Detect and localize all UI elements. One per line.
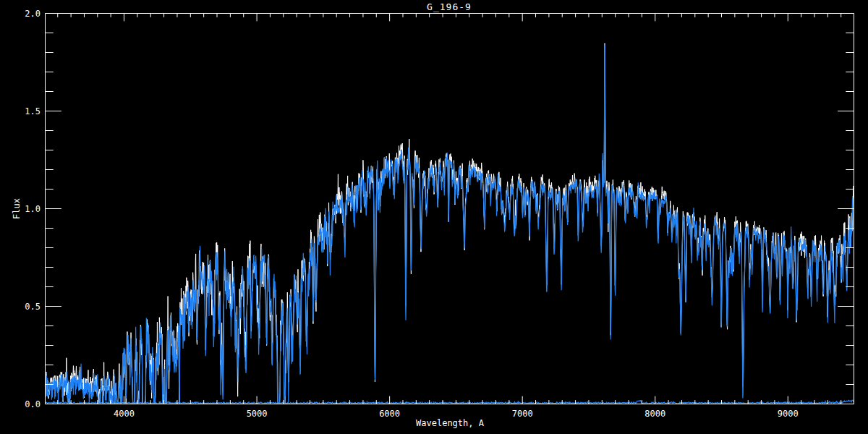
y-tick-label: 2.0 (25, 9, 41, 19)
y-tick-label: 1.0 (25, 204, 41, 214)
chart-title: G_196-9 (427, 1, 472, 12)
plot-window: 4000500060007000800090000.00.51.01.52.0 … (0, 0, 868, 434)
y-tick-label: 1.5 (25, 106, 41, 116)
x-tick-label: 7000 (512, 409, 533, 419)
y-tick-label: 0.0 (25, 399, 41, 409)
y-tick-label: 0.5 (25, 302, 41, 312)
x-tick-label: 6000 (379, 409, 400, 419)
x-tick-label: 8000 (644, 409, 665, 419)
spectrum-trace (46, 44, 854, 403)
axes-frame-layer (46, 14, 854, 404)
spectrum-chart: 4000500060007000800090000.00.51.01.52.0 … (0, 0, 868, 434)
spectrum-layer (46, 43, 854, 404)
y-axis-label: Flux (12, 198, 22, 219)
x-tick-label: 4000 (114, 409, 135, 419)
x-tick-label: 5000 (247, 409, 268, 419)
axes-frame (46, 14, 854, 404)
raw-spectrum-trace (46, 43, 854, 403)
x-axis-label: Wavelength, A (416, 418, 485, 428)
x-tick-label: 9000 (778, 409, 799, 419)
